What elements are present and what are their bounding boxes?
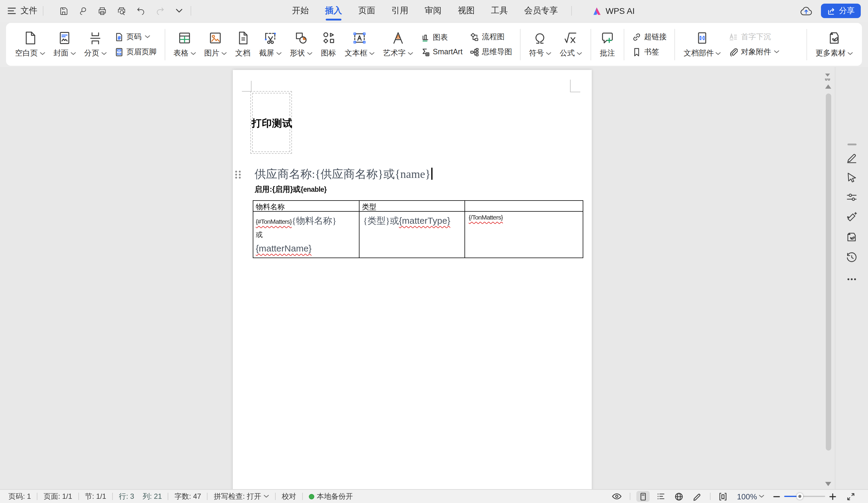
page-view-button[interactable] xyxy=(637,491,650,502)
page-break-button[interactable]: 分页 xyxy=(80,25,111,63)
doc-line-supplier[interactable]: 供应商名称:{供应商名称}或{name} xyxy=(255,166,432,182)
doc-parts-button[interactable]: 文档部件 xyxy=(680,25,725,63)
wps-ai-button[interactable]: WPS AI xyxy=(592,6,634,16)
rail-collapse-handle[interactable] xyxy=(847,144,856,145)
file-menu[interactable]: 文件 xyxy=(7,6,38,16)
chart-button[interactable]: 图表 xyxy=(421,32,463,43)
table-header-cell[interactable]: 类型 xyxy=(360,201,465,212)
magic-wand-button[interactable] xyxy=(844,209,859,225)
mindmap-button[interactable]: 思维导图 xyxy=(470,47,512,57)
undo-button[interactable] xyxy=(135,5,147,17)
web-view-button[interactable] xyxy=(673,491,686,502)
more-button[interactable] xyxy=(844,271,859,287)
status-local-backup[interactable]: 本地备份开 xyxy=(309,491,353,502)
scroll-up-arrow[interactable] xyxy=(825,84,831,89)
tab-references[interactable]: 引用 xyxy=(392,0,409,22)
fullscreen-button[interactable] xyxy=(844,491,857,502)
table-cell-matter-name[interactable]: {#TonMatters}{物料名称} 或 {matterName} xyxy=(254,212,360,258)
page-number-button[interactable]: 页码 xyxy=(114,32,156,42)
chevron-down-icon xyxy=(774,50,779,54)
zoom-dropdown-icon[interactable] xyxy=(759,494,764,498)
table-button[interactable]: 表格 xyxy=(169,25,200,63)
shapes-button[interactable]: 形状 xyxy=(286,25,317,63)
table-cell-matter-type[interactable]: {类型}或{matterType} xyxy=(360,212,465,258)
document-page[interactable]: 打印测试 供应商名称:{供应商名称}或{name} 启用:{启用}或{enabl… xyxy=(233,70,592,489)
zoom-slider-knob[interactable] xyxy=(796,493,803,500)
tab-home[interactable]: 开始 xyxy=(292,0,309,22)
bookmark-button[interactable]: 书签 xyxy=(632,47,667,57)
status-proofread[interactable]: 校对 xyxy=(282,491,296,502)
doc-line-enable[interactable]: 启用:{启用}或{enable} xyxy=(255,185,327,195)
scrollbar-top-button[interactable] xyxy=(822,71,834,83)
resources-button[interactable] xyxy=(844,229,859,245)
cloud-upload-icon[interactable] xyxy=(800,6,813,16)
pen-mode-button[interactable] xyxy=(691,491,704,502)
table-cell-closing-tag[interactable]: {/TonMatters} xyxy=(465,212,583,258)
zoom-out-icon[interactable] xyxy=(773,492,781,500)
more-commands-button[interactable] xyxy=(173,5,185,17)
comment-button[interactable]: 批注 xyxy=(595,25,619,63)
tab-view[interactable]: 视图 xyxy=(458,0,475,22)
status-page-number[interactable]: 页码: 1 xyxy=(9,491,31,502)
scrollbar-thumb[interactable] xyxy=(826,94,831,451)
tab-tools[interactable]: 工具 xyxy=(491,0,508,22)
zoom-in-icon[interactable] xyxy=(829,492,837,500)
title-textbox[interactable]: 打印测试 xyxy=(250,91,292,154)
blank-page-button[interactable]: 空白页 xyxy=(11,25,49,63)
print-preview-button[interactable] xyxy=(115,5,127,17)
icon-library-icon xyxy=(321,30,336,46)
bookmark-icon xyxy=(632,48,641,56)
print-button[interactable] xyxy=(96,5,108,17)
redo-button[interactable] xyxy=(154,5,166,17)
screenshot-button[interactable]: 截屏 xyxy=(255,25,286,63)
status-line-column[interactable]: 行: 3列: 21 xyxy=(119,491,162,502)
table-header-cell[interactable] xyxy=(465,201,583,212)
divider xyxy=(571,6,572,16)
doc-table[interactable]: 物料名称 类型 {#TonMatters}{物料名称} 或 {matterNam… xyxy=(253,200,583,258)
table-header-cell[interactable]: 物料名称 xyxy=(254,201,360,212)
hyperlink-button[interactable]: 超链接 xyxy=(632,32,667,42)
wordart-button[interactable]: 艺术字 xyxy=(379,25,417,63)
web-view-icon xyxy=(675,492,684,501)
header-footer-button[interactable]: 页眉页脚 xyxy=(114,47,156,57)
titlebar: 文件 xyxy=(0,0,868,22)
cover-button[interactable]: 封面 xyxy=(49,25,80,63)
share-button[interactable]: 分享 xyxy=(821,4,861,18)
status-section[interactable]: 节: 1/1 xyxy=(85,491,106,502)
tab-insert[interactable]: 插入 xyxy=(325,0,342,22)
save-button[interactable] xyxy=(57,5,69,17)
tab-review[interactable]: 审阅 xyxy=(425,0,442,22)
flowchart-button[interactable]: 流程图 xyxy=(470,32,512,42)
status-spellcheck[interactable]: 拼写检查: 打开 xyxy=(214,491,269,502)
edit-pen-icon xyxy=(845,151,858,164)
export-pdf-button[interactable] xyxy=(76,5,89,17)
cursor-select-button[interactable] xyxy=(844,169,859,185)
settings-sliders-button[interactable] xyxy=(844,189,859,205)
resources-icon xyxy=(845,230,858,244)
zoom-level[interactable]: 100% xyxy=(737,492,757,501)
tab-page[interactable]: 页面 xyxy=(358,0,375,22)
picture-button[interactable]: 图片 xyxy=(200,25,231,63)
edit-pen-button[interactable] xyxy=(844,149,859,165)
outline-view-button[interactable] xyxy=(654,491,668,502)
history-button[interactable] xyxy=(844,249,859,265)
formula-button[interactable]: 公式 xyxy=(556,25,586,63)
paragraph-drag-handle[interactable] xyxy=(235,171,241,179)
status-page[interactable]: 页面: 1/1 xyxy=(44,491,72,502)
document-button[interactable]: 文档 xyxy=(231,25,255,63)
symbol-button[interactable]: 符号 xyxy=(525,25,556,63)
scroll-down-arrow[interactable] xyxy=(825,482,831,486)
save-icon xyxy=(58,6,69,16)
icon-library-button[interactable]: 图标 xyxy=(317,25,341,63)
zoom-slider[interactable] xyxy=(784,495,825,497)
title-textbox-text[interactable]: 打印测试 xyxy=(251,117,292,130)
status-word-count[interactable]: 字数: 47 xyxy=(175,491,201,502)
smartart-button[interactable]: SmartArt xyxy=(421,48,463,56)
attachment-button[interactable]: 对象附件 xyxy=(729,47,779,57)
print-icon xyxy=(97,6,107,16)
view-options-button[interactable] xyxy=(610,491,624,502)
textbox-button[interactable]: 文本框 xyxy=(341,25,379,63)
more-materials-button[interactable]: 更多素材 xyxy=(811,25,857,63)
fit-page-button[interactable] xyxy=(716,491,730,502)
tab-membership[interactable]: 会员专享 xyxy=(524,0,558,22)
